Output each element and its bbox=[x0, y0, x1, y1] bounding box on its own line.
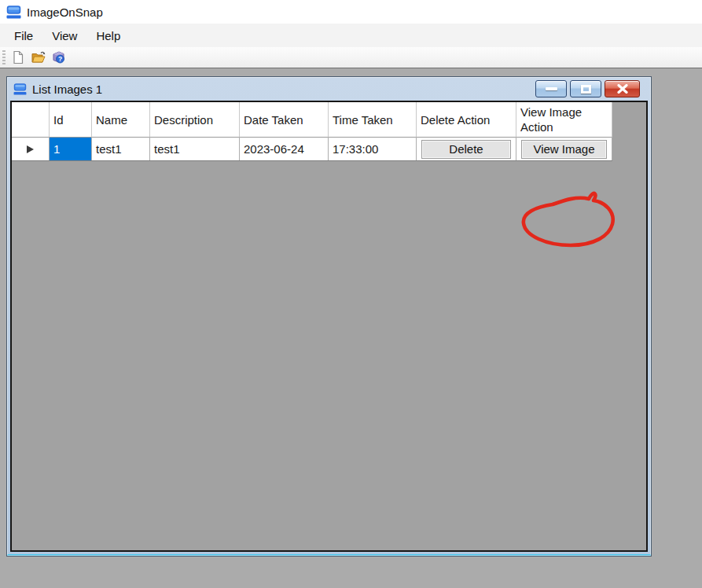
maximize-button[interactable] bbox=[570, 80, 601, 97]
row-header-cell[interactable] bbox=[12, 138, 50, 160]
column-header-name[interactable]: Name bbox=[92, 102, 150, 138]
grid-header-row: Id Name Description Date Taken Time Take… bbox=[12, 102, 646, 138]
view-image-button[interactable]: View Image bbox=[521, 140, 607, 159]
toolbar-grip[interactable] bbox=[2, 50, 6, 64]
window-title: ImageOnSnap bbox=[27, 6, 103, 19]
menu-file[interactable]: File bbox=[5, 26, 42, 46]
cell-name[interactable]: test1 bbox=[92, 138, 150, 160]
cell-time-taken[interactable]: 17:33:00 bbox=[329, 138, 417, 160]
new-document-icon bbox=[11, 50, 25, 64]
close-button[interactable] bbox=[605, 80, 640, 97]
cell-date-taken[interactable]: 2023-06-24 bbox=[240, 138, 329, 160]
data-grid: Id Name Description Date Taken Time Take… bbox=[12, 102, 646, 550]
column-header-date-taken[interactable]: Date Taken bbox=[240, 102, 329, 138]
cell-delete-action: Delete bbox=[417, 138, 516, 160]
close-icon bbox=[617, 84, 628, 94]
column-header-description[interactable]: Description bbox=[150, 102, 240, 138]
current-row-indicator-icon bbox=[27, 145, 34, 153]
child-window-icon bbox=[13, 83, 27, 95]
menu-help[interactable]: Help bbox=[86, 26, 130, 46]
table-row: 1 test1 test1 2023-06-24 17:33:00 Delete… bbox=[12, 138, 612, 161]
svg-text:?: ? bbox=[58, 55, 62, 63]
column-header-view-image-action[interactable]: View Image Action bbox=[516, 102, 612, 138]
mdi-client-area: List Images 1 bbox=[0, 68, 702, 588]
toolbar: ? bbox=[0, 47, 702, 68]
new-document-button[interactable] bbox=[9, 49, 28, 66]
menubar: File View Help bbox=[0, 24, 702, 47]
column-header-time-taken[interactable]: Time Taken bbox=[329, 102, 417, 138]
cell-description[interactable]: test1 bbox=[150, 138, 240, 160]
help-icon: ? bbox=[51, 50, 67, 64]
delete-button[interactable]: Delete bbox=[421, 140, 511, 159]
open-folder-button[interactable] bbox=[29, 49, 48, 66]
menu-view[interactable]: View bbox=[42, 26, 86, 46]
maximize-icon bbox=[581, 85, 591, 94]
child-window-controls bbox=[535, 80, 645, 97]
application-window: ImageOnSnap File View Help bbox=[0, 0, 702, 588]
child-window-title: List Images 1 bbox=[32, 83, 102, 96]
column-header-id[interactable]: Id bbox=[50, 102, 92, 138]
cell-view-image-action: View Image bbox=[516, 138, 612, 160]
app-icon bbox=[6, 6, 21, 19]
column-header-delete-action[interactable]: Delete Action bbox=[417, 102, 516, 138]
cell-id[interactable]: 1 bbox=[50, 138, 92, 160]
main-titlebar[interactable]: ImageOnSnap bbox=[0, 0, 702, 24]
child-window: List Images 1 bbox=[6, 76, 652, 557]
column-header-rowselector[interactable] bbox=[12, 102, 50, 138]
child-client-area: Id Name Description Date Taken Time Take… bbox=[10, 101, 648, 552]
child-titlebar[interactable]: List Images 1 bbox=[7, 77, 651, 101]
minimize-icon bbox=[546, 87, 557, 90]
minimize-button[interactable] bbox=[535, 80, 567, 97]
help-button[interactable]: ? bbox=[50, 49, 68, 66]
open-folder-icon bbox=[31, 50, 46, 64]
